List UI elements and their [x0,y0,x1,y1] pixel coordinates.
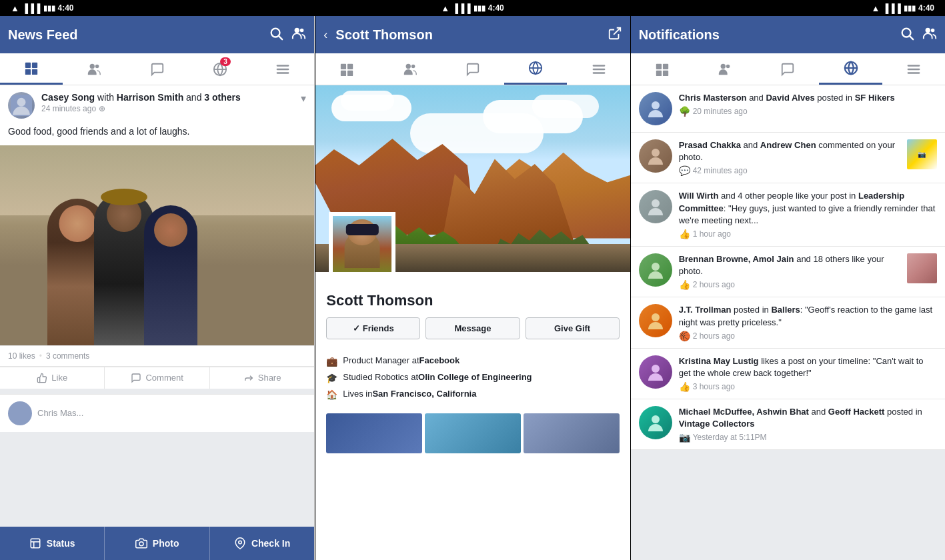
svg-point-25 [405,63,410,68]
notif-tab-messages[interactable] [756,53,819,85]
notif-body-4: Brennan Browne, Amol Jain and 18 others … [679,253,900,290]
profile-photo-grid [315,408,630,459]
next-post-preview: Chris Mas... [0,394,314,432]
newsfeed-people-icon[interactable] [291,26,306,44]
notif-body-3: Will Wirth and 4 other people like your … [679,190,937,239]
notif-item-3[interactable]: Will Wirth and 4 other people like your … [631,183,945,247]
svg-rect-5 [32,63,37,68]
svg-rect-24 [347,70,353,75]
notif-item-4[interactable]: Brennan Browne, Amol Jain and 18 others … [631,247,945,297]
notifications-people-icon[interactable] [922,26,937,44]
back-button[interactable]: ‹ [323,28,327,42]
profile-tab-friends[interactable] [379,53,441,85]
svg-point-49 [652,199,660,207]
status-bar-right: ▲ ▐▐▐ ▮▮▮ 4:40 [626,3,934,13]
svg-point-16 [17,98,26,107]
notif-avatar-3 [639,190,672,223]
notif-item-5[interactable]: J.T. Trollman posted in Ballers: "Geoff'… [631,297,945,348]
notif-item-7[interactable]: Michael McDuffee, Ashwin Bhat and Geoff … [631,399,945,450]
notif-tab-menu[interactable] [882,53,945,85]
briefcase-icon: 💼 [326,356,337,367]
friends-button[interactable]: Friends [326,317,420,339]
notif-tab-globe[interactable] [819,53,882,85]
wifi-icon-center: ▲ [441,3,449,13]
status-label: Status [47,538,75,549]
svg-rect-38 [656,70,662,75]
svg-rect-21 [341,63,346,69]
photo-grid-item-3[interactable] [524,413,620,453]
notif-text-4: Brennan Browne, Amol Jain and 18 others … [679,253,900,277]
svg-point-26 [411,64,415,68]
profile-panel: ‹ Scott Thomson [315,16,630,560]
share-label: Share [258,373,281,383]
notif-body-7: Michael McDuffee, Ashwin Bhat and Geoff … [679,406,937,443]
status-bar-left: ▲ ▐▐▐ ▮▮▮ 4:40 [11,3,319,13]
profile-header-title: Scott Thomson [335,27,599,43]
profile-content: Scott Thomson Friends Message Give Gift … [315,85,630,560]
battery-icon-center: ▮▮▮ [474,4,486,13]
like-button[interactable]: Like [0,367,105,389]
notif-body-6: Kristina May Lustig likes a post on your… [679,355,937,392]
tab-globe-badge[interactable]: 3 [189,53,251,85]
notif-avatar-5 [639,304,672,337]
svg-rect-22 [347,63,353,69]
newsfeed-search-icon[interactable] [269,26,283,44]
notif-item-1[interactable]: Chris Masterson and David Alves posted i… [631,85,945,133]
profile-tab-menu[interactable] [567,53,630,85]
post-header: Casey Song with Harrison Smith and 3 oth… [0,85,314,125]
post-author: Casey Song with Harrison Smith and 3 oth… [41,92,294,103]
post-dropdown-icon[interactable]: ▾ [301,92,306,105]
notif-text-3: Will Wirth and 4 other people like your … [679,190,937,227]
status-button[interactable]: Status [0,527,105,560]
school-icon: 🎓 [326,373,337,383]
profile-share-icon[interactable] [608,26,622,44]
newsfeed-bottom-bar: Status Photo Check In [0,527,314,560]
comment-button[interactable]: Comment [105,367,209,389]
photo-grid-item-1[interactable] [326,413,422,453]
svg-point-34 [926,27,930,32]
signal-icon: ▐▐▐ [22,3,41,13]
notifications-content: Chris Masterson and David Alves posted i… [631,85,945,560]
give-gift-button[interactable]: Give Gift [526,317,620,339]
profile-tab-home[interactable] [315,53,378,85]
svg-point-18 [139,542,143,546]
photo-button[interactable]: Photo [105,527,209,560]
profile-tab-globe[interactable] [504,53,567,85]
comment-label: Comment [145,373,183,383]
svg-rect-23 [341,70,346,75]
notifications-search-icon[interactable] [900,26,914,44]
notif-item-2[interactable]: Prasad Chakka and Andrew Chen commented … [631,133,945,183]
newsfeed-title: News Feed [8,27,261,43]
svg-point-52 [652,365,660,373]
newsfeed-panel: News Feed 3 [0,16,315,560]
svg-line-20 [614,27,620,34]
notifications-panel: Notifications [631,16,945,560]
photo-label: Photo [153,538,179,549]
tab-friends[interactable] [63,53,125,85]
checkin-button[interactable]: Check In [210,527,314,560]
status-bar: ▲ ▐▐▐ ▮▮▮ 4:40 ▲ ▐▐▐ ▮▮▮ 4:40 ▲ ▐▐▐ ▮▮▮ … [0,0,945,16]
profile-name-section: Scott Thomson [315,272,630,317]
post-time: 24 minutes ago ⊕ [41,104,294,113]
notif-time-4: 👍 2 hours ago [679,279,900,290]
share-button[interactable]: Share [210,367,314,389]
tab-menu[interactable] [251,53,314,85]
svg-line-33 [910,36,913,39]
svg-point-35 [931,28,935,32]
profile-name: Scott Thomson [326,292,619,309]
tab-messages[interactable] [126,53,189,85]
profile-cover-photo [315,85,630,272]
photo-grid-item-2[interactable] [425,413,521,453]
post-avatar [8,92,35,119]
notif-tab-friends[interactable] [694,53,756,85]
notif-item-6[interactable]: Kristina May Lustig likes a post on your… [631,349,945,399]
globe-badge: 3 [220,57,231,66]
tab-home[interactable] [0,53,63,85]
message-button[interactable]: Message [425,317,520,339]
profile-tab-messages[interactable] [441,53,504,85]
notif-tab-home[interactable] [631,53,694,85]
signal-icon-center: ▐▐▐ [452,3,471,13]
battery-icon-left: ▮▮▮ [43,4,55,13]
notif-text-1: Chris Masterson and David Alves posted i… [679,92,937,104]
time-center: 4:40 [488,3,504,13]
